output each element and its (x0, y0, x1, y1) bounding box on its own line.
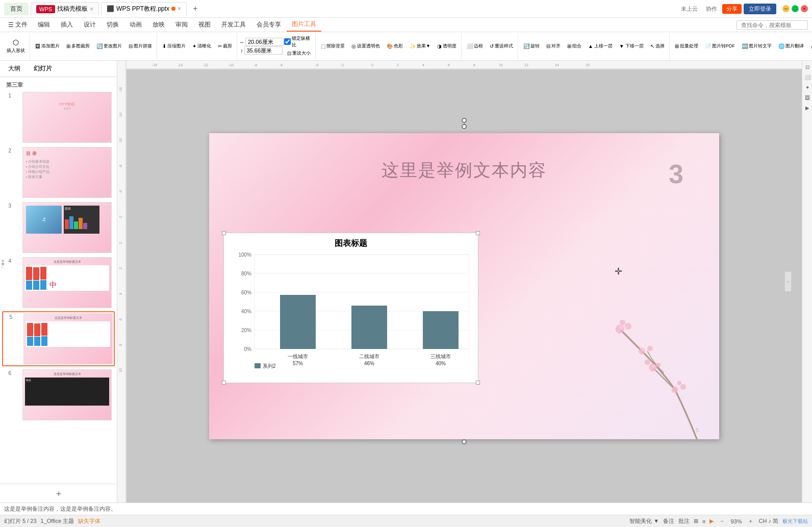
image-collage-btn[interactable]: ⊟ 图片拼接 (125, 42, 155, 51)
reset-style-btn[interactable]: ↺ 重设样式 (487, 42, 516, 51)
tab-ppt[interactable]: ⬛ WPS PPT教程.pptx × (101, 2, 187, 16)
selection-handle-bl[interactable] (222, 381, 226, 385)
outline-view-btn[interactable]: ≡ (702, 518, 705, 524)
lang-indicator[interactable]: CH ♪ 简 (759, 517, 779, 525)
slide-preview-3[interactable]: 🏖 图表 (22, 202, 112, 253)
lock-ratio-checkbox[interactable]: 锁定纵横比 (284, 35, 314, 48)
slide-preview-4[interactable]: 这是是举例标题文本 中 (22, 257, 112, 308)
menu-slideshow[interactable]: 放映 (147, 18, 170, 31)
set-transparent-btn[interactable]: ◎ 设置透明色 (348, 42, 383, 51)
slide-thumbnail-4[interactable]: ★ 4 这是是举例标题文本 中 (2, 256, 115, 309)
right-collapse-btn[interactable]: › (784, 271, 792, 292)
slides-tab[interactable]: 幻灯片 (28, 63, 58, 74)
close-button[interactable]: × (801, 5, 808, 12)
right-tool-1[interactable]: ⊡ (803, 63, 811, 71)
zoom-out-btn[interactable]: － (718, 517, 726, 525)
group-btn[interactable]: ⊞ 组合 (564, 42, 585, 51)
down-layer-btn[interactable]: ▼ 下移一层 (616, 42, 647, 51)
tab-home[interactable]: 首页 (4, 3, 29, 15)
right-tool-4[interactable]: 🖼 (803, 93, 811, 102)
color-btn[interactable]: 🎨 色彩 (384, 42, 406, 51)
select-btn[interactable]: ↖ 选择 (647, 42, 668, 51)
change-image-btn[interactable]: 🔄 更改图片 (93, 42, 125, 51)
tab-wps-template[interactable]: WPS 找稿壳模板 × (31, 2, 99, 15)
slide-thumbnail-1[interactable]: ★ ♪ 1 PPT教程 ·PPT (2, 91, 115, 144)
batch-btn[interactable]: ⊞ 批量处理 (672, 42, 701, 51)
collab-btn[interactable]: 协作 (703, 4, 720, 14)
comment-toggle[interactable]: 批注 (678, 517, 690, 525)
close-tab-icon[interactable]: × (90, 6, 93, 13)
bottom-handle[interactable] (462, 439, 467, 444)
height-input[interactable] (244, 46, 283, 55)
right-tool-5[interactable]: ▶ (803, 104, 811, 112)
search-input[interactable] (737, 20, 808, 30)
print-btn[interactable]: 🖨 图片打印 (807, 42, 812, 51)
slide-preview-1[interactable]: PPT教程 ·PPT (22, 92, 112, 143)
selection-handle-tr[interactable] (476, 231, 480, 235)
menu-transition[interactable]: 切换 (102, 18, 124, 31)
sharpen-btn[interactable]: ✦ 清晰化 (189, 42, 214, 51)
close-ppt-tab-icon[interactable]: × (177, 5, 181, 12)
menu-image-tools[interactable]: 图片工具 (287, 18, 321, 32)
slide-preview-2[interactable]: 目 录 • 介绍基本信息 • 介绍公司文化 • 详细介绍产品 • 应保方案 (22, 147, 112, 198)
rotation-handle-2[interactable] (462, 124, 467, 129)
translate-btn[interactable]: 🌐 图片翻译 (775, 42, 807, 51)
menu-review[interactable]: 审阅 (170, 18, 193, 31)
add-image-btn[interactable]: 🖼 添加图片 (32, 42, 63, 51)
minimize-button[interactable]: ─ (782, 5, 790, 12)
cloud-save-btn[interactable]: 未上云 (678, 4, 701, 14)
border-btn[interactable]: ⬜ 边框 (464, 42, 486, 51)
up-layer-btn[interactable]: ▲ 上移一层 (585, 42, 616, 51)
slide-thumbnail-3[interactable]: ★ 3 🏖 图表 (2, 201, 115, 254)
slide-note-text[interactable]: 这是是举例备注内容，这是是举例备注内容。 (4, 505, 116, 513)
rotate-btn[interactable]: 🔃 旋转 (520, 42, 543, 51)
menu-file[interactable]: ☰ 文件 (4, 19, 32, 31)
reset-size-btn[interactable]: ⊡ 重设大小 (284, 49, 314, 58)
normal-view-btn[interactable]: ⊞ (694, 518, 698, 524)
missing-font[interactable]: 缺失字体 (78, 517, 100, 525)
width-input[interactable] (245, 38, 284, 46)
align-btn[interactable]: ⊟ 对齐 (543, 42, 564, 51)
remove-bg-btn[interactable]: ⬚ 抠除背景 (318, 42, 348, 51)
multi-crop-btn[interactable]: ⊞ 多图裁剪 (63, 42, 93, 51)
to-pdf-btn[interactable]: 📄 图片转PDF (702, 42, 738, 51)
smart-beautify-btn[interactable]: 智能美化 ▼ (629, 517, 659, 525)
selection-handle-tl[interactable] (222, 231, 226, 235)
insert-shape-btn[interactable]: ⬡ 插入形状 (4, 37, 28, 55)
effects-btn[interactable]: ✨ 效果▼ (407, 42, 434, 51)
right-tool-2[interactable]: ⬜ (803, 73, 811, 81)
add-tab-button[interactable]: + (189, 2, 201, 15)
slide-canvas[interactable]: 这里是举例文本内容 3 图表标题 (209, 133, 719, 439)
slide-thumbnail-2[interactable]: ★ 2 目 录 • 介绍基本信息 • 介绍公司文化 • 详细介绍产品 • 应保方… (2, 146, 115, 199)
compress-btn[interactable]: ⬇ 压缩图片 (159, 42, 189, 51)
crop-btn[interactable]: ✂ 裁剪 (215, 42, 235, 51)
notes-toggle[interactable]: 备注 (663, 517, 674, 525)
menu-insert[interactable]: 插入 (56, 18, 78, 31)
outline-tab[interactable]: 大纲 (2, 63, 27, 74)
maximize-button[interactable]: □ (792, 5, 799, 12)
svg-text:14: 14 (555, 63, 559, 67)
chart-container[interactable]: 图表标题 100% 80% 60% 40% 20% (223, 233, 478, 383)
slide-thumbnail-5[interactable]: ★ 5 这是是举例标题文本 (2, 311, 115, 366)
selection-handle-br[interactable] (476, 381, 480, 385)
svg-text:-6: -6 (280, 63, 283, 67)
slide-title[interactable]: 这里是举例文本内容 (209, 133, 719, 182)
slideshow-btn[interactable]: ▶ (709, 518, 714, 524)
slide-thumbnail-6[interactable]: ★ 6 这是是举例标题文本 图表 (2, 368, 115, 421)
menu-animation[interactable]: 动画 (124, 18, 147, 31)
menu-edit[interactable]: 编辑 (33, 18, 55, 31)
slide-preview-5[interactable]: 这是是举例标题文本 (23, 313, 113, 364)
slide-preview-6[interactable]: 这是是举例标题文本 图表 (22, 369, 112, 420)
transparent-icon: ◎ (351, 43, 356, 49)
menu-dev[interactable]: 开发工具 (216, 18, 251, 31)
transparency-btn[interactable]: ◑ 透明度 (434, 42, 460, 51)
menu-member[interactable]: 会员专享 (251, 18, 286, 31)
menu-design[interactable]: 设计 (79, 18, 101, 31)
share-btn[interactable]: 分享 (722, 4, 742, 14)
right-tool-3[interactable]: ✦ (803, 83, 811, 91)
zoom-in-btn[interactable]: ＋ (746, 517, 755, 525)
to-text-btn[interactable]: 🔤 图片转文字 (739, 42, 775, 51)
add-slide-button[interactable]: ＋ (0, 484, 117, 503)
menu-view[interactable]: 视图 (193, 18, 216, 31)
login-button[interactable]: 立即登录 (744, 4, 776, 14)
